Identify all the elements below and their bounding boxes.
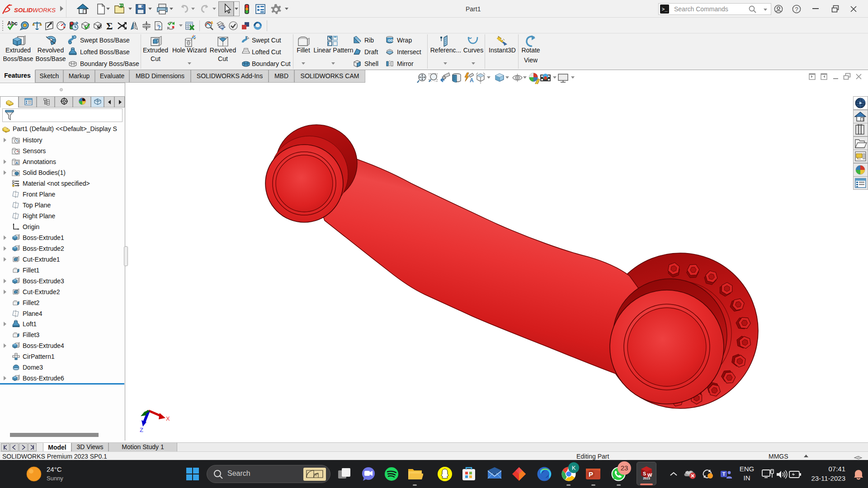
svg-text:T: T [722,471,726,477]
svg-text:S: S [643,471,646,476]
svg-text:SOLID: SOLID [14,7,33,14]
svg-text:GD: GD [388,38,393,42]
svg-text:?: ? [795,6,798,13]
svg-text:#: # [222,27,224,31]
svg-text:X: X [166,415,170,422]
svg-text:WORKS: WORKS [33,7,56,14]
svg-text:Z: Z [140,427,143,433]
svg-text:Σ: Σ [106,20,113,31]
svg-text:P: P [589,470,593,478]
svg-text:?: ? [157,24,160,31]
svg-text:2023: 2023 [643,477,650,480]
svg-text:K: K [572,465,576,471]
